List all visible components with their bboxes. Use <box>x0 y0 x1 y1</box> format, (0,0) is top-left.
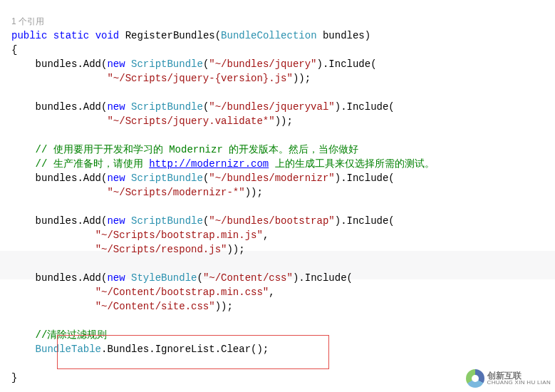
string-literal: "~/Scripts/respond.js" <box>95 244 227 255</box>
references-codelens[interactable]: 1 个引用 <box>11 16 44 26</box>
code: )); <box>245 187 263 198</box>
string-literal: "~/bundles/jquery" <box>209 58 316 70</box>
string-literal: "~/bundles/bootstrap" <box>209 215 334 227</box>
code: ).Include( <box>335 101 395 113</box>
keyword-new: new <box>107 172 125 184</box>
keyword-public: public <box>11 30 47 41</box>
code: ).Include( <box>317 58 377 70</box>
string-literal: "~/Scripts/jquery.validate*" <box>107 115 274 127</box>
string-literal: "~/bundles/modernizr" <box>209 172 334 184</box>
type-scriptbundle: ScriptBundle <box>131 101 203 113</box>
type-scriptbundle: ScriptBundle <box>131 58 203 70</box>
keyword-new: new <box>107 101 125 113</box>
keyword-static: static <box>53 30 89 41</box>
code: )); <box>293 73 311 84</box>
string-literal: "~/Content/site.css" <box>95 301 215 312</box>
watermark: 创新互联 CHUANG XIN HU LIAN <box>466 369 551 388</box>
keyword-new: new <box>107 58 125 70</box>
code: , <box>269 287 274 298</box>
code: ).Include( <box>335 215 395 227</box>
keyword-new: new <box>107 272 125 284</box>
comment: // 使用要用于开发和学习的 Modernizr 的开发版本。然后，当你做好 <box>36 144 359 155</box>
comment: //清除过滤规则 <box>36 329 108 341</box>
type-bundletable: BundleTable <box>36 344 101 355</box>
code: .Bundles.IgnoreList.Clear(); <box>101 344 269 355</box>
comment: // 生产准备时，请使用 <box>36 158 150 170</box>
string-literal: "~/Scripts/jquery-{version}.js" <box>107 73 292 84</box>
call: bundles.Add( <box>36 272 108 284</box>
call: bundles.Add( <box>36 58 108 70</box>
code: )); <box>275 115 293 127</box>
code-editor[interactable]: 1 个引用 public static void RegisterBundles… <box>0 0 555 385</box>
call: bundles.Add( <box>36 101 108 113</box>
keyword-new: new <box>107 215 125 227</box>
type-stylebundle: StyleBundle <box>131 272 197 284</box>
string-literal: "~/Scripts/bootstrap.min.js" <box>95 229 263 241</box>
code: )); <box>215 301 233 312</box>
comment: 上的生成工具来仅选择所需的测试。 <box>269 158 434 170</box>
string-literal: "~/Content/bootstrap.min.css" <box>95 287 269 298</box>
type-name: BundleCollection <box>221 30 316 41</box>
code: ).Include( <box>335 172 395 184</box>
code: ).Include( <box>293 272 353 284</box>
code: )); <box>227 244 244 255</box>
method-name: RegisterBundles <box>125 30 215 41</box>
type-scriptbundle: ScriptBundle <box>131 215 203 227</box>
watermark-logo-icon <box>466 369 484 388</box>
keyword-void: void <box>95 30 120 41</box>
param-name: bundles <box>323 30 365 41</box>
string-literal: "~/Content/css" <box>203 272 293 284</box>
brace-close: } <box>11 372 17 383</box>
call: bundles.Add( <box>36 172 108 184</box>
code: , <box>263 229 269 241</box>
watermark-text-en: CHUANG XIN HU LIAN <box>487 380 551 386</box>
string-literal: "~/bundles/jqueryval" <box>209 101 334 113</box>
string-literal: "~/Scripts/modernizr-*" <box>107 187 244 198</box>
brace-open: { <box>11 44 17 56</box>
call: bundles.Add( <box>36 215 108 227</box>
type-scriptbundle: ScriptBundle <box>131 172 203 184</box>
comment-url[interactable]: http://modernizr.com <box>149 158 269 170</box>
